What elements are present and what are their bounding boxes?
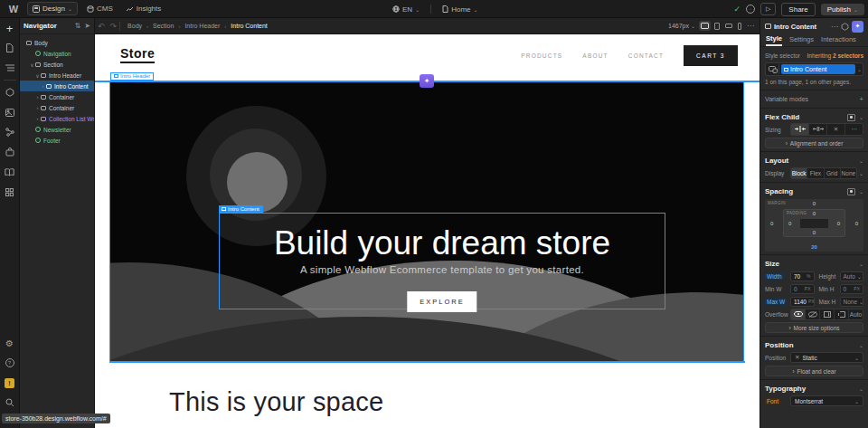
insights-button[interactable]: Insights	[122, 3, 165, 14]
sizing-grow-button[interactable]	[809, 124, 827, 135]
display-flex-button[interactable]: Flex	[807, 168, 824, 178]
sizing-none-button[interactable]: ✕	[827, 124, 845, 135]
navigator-button[interactable]	[3, 61, 17, 75]
expand-caret-icon[interactable]: ›	[40, 83, 46, 89]
padding-top-value[interactable]: 0	[784, 211, 844, 216]
overflow-clip-button[interactable]	[835, 309, 849, 319]
chevron-down-icon[interactable]: ⌄	[859, 188, 863, 195]
breadcrumb-intro-header[interactable]: Intro Header	[184, 23, 220, 29]
chevron-down-icon[interactable]: ⌄	[859, 114, 863, 120]
hero-subtitle[interactable]: A simple Webflow Ecommerce template to g…	[220, 264, 665, 275]
expand-caret-icon[interactable]: ›	[34, 116, 41, 121]
intro-content-label-tag[interactable]: Intro Content	[219, 205, 263, 213]
intro-header-label-tag[interactable]: Intro Header	[110, 72, 154, 81]
tree-item-footer[interactable]: Footer	[20, 135, 94, 146]
tab-style[interactable]: Style	[766, 34, 782, 46]
margin-left-value[interactable]: 0	[770, 221, 773, 226]
element-menu-icon[interactable]: ⋯	[831, 23, 838, 31]
tree-item-intro-header[interactable]: ∨ Intro Header	[20, 70, 94, 81]
zoom-search-icon[interactable]	[3, 395, 17, 410]
tab-settings[interactable]: Settings	[789, 35, 814, 45]
sizing-more-button[interactable]: ⋯	[845, 124, 863, 135]
tree-item-container[interactable]: › Container	[20, 102, 94, 113]
comments-icon[interactable]: ◦	[746, 5, 755, 14]
breadcrumb-section[interactable]: Section	[153, 23, 174, 29]
create-component-icon[interactable]	[841, 23, 849, 31]
expand-caret-icon[interactable]: ›	[34, 94, 41, 100]
add-variable-mode-button[interactable]: +	[860, 95, 863, 103]
share-button[interactable]: Share	[781, 3, 815, 16]
ai-assistant-button[interactable]: ✦	[852, 21, 863, 33]
chevron-down-icon[interactable]: ⌄	[859, 342, 863, 348]
spacing-section-title[interactable]: Spacing	[765, 187, 847, 195]
expand-caret-icon[interactable]: ∨	[29, 62, 35, 68]
design-canvas[interactable]: Store PRODUCTS ABOUT CONTACT CART 3 Intr…	[95, 34, 760, 428]
inheriting-count[interactable]: 2 selectors	[833, 52, 863, 59]
tree-item-container[interactable]: › Container	[20, 91, 94, 102]
selected-class-pill[interactable]: Intro Content	[781, 64, 855, 74]
breakpoint-landscape-icon[interactable]	[725, 24, 732, 28]
display-grid-button[interactable]: Grid	[825, 168, 841, 178]
min-width-input[interactable]: 0 PX	[790, 284, 815, 294]
nav-link-contact[interactable]: CONTACT	[628, 52, 664, 59]
spacing-widget[interactable]: MARGIN 0 0 0 20 PADDING 0 0 0 0	[765, 199, 863, 252]
language-selector[interactable]: EN ⌄	[389, 4, 423, 15]
components-button[interactable]	[3, 85, 17, 100]
overflow-auto-button[interactable]: Auto	[849, 309, 863, 319]
pages-button[interactable]	[3, 41, 17, 55]
webflow-logo-icon[interactable]: W	[5, 4, 22, 14]
overflow-hidden-button[interactable]	[806, 309, 820, 319]
cms-button[interactable]: CMS	[83, 3, 117, 14]
more-size-options-button[interactable]: › More size options	[765, 322, 863, 333]
assets-button[interactable]	[3, 105, 17, 119]
preview-button[interactable]: ▷	[760, 3, 776, 15]
min-height-input[interactable]: 0 PX	[840, 284, 864, 294]
breadcrumb-body[interactable]: Body	[127, 23, 142, 29]
expand-caret-icon[interactable]: ›	[34, 105, 41, 110]
padding-bottom-value[interactable]: 0	[784, 230, 844, 235]
margin-top-value[interactable]: 0	[765, 201, 863, 206]
settings-gear-icon[interactable]: ⚙	[3, 336, 17, 350]
position-section-title[interactable]: Position	[765, 341, 859, 349]
tree-item-collection-list[interactable]: › Collection List Wra...	[20, 113, 94, 124]
breakpoint-indicator-icon[interactable]	[767, 64, 779, 74]
tree-item-section[interactable]: ∨ Section	[20, 59, 94, 70]
design-mode-button[interactable]: Design ⌄	[27, 2, 78, 15]
redo-icon[interactable]: ↷	[110, 22, 118, 31]
class-selector-input[interactable]: Intro Content ⌄	[765, 62, 863, 76]
tab-interactions[interactable]: Interactions	[821, 35, 856, 45]
viewport-width-selector[interactable]: 1467px ⌄	[668, 23, 695, 29]
overflow-visible-button[interactable]	[791, 309, 806, 319]
undo-icon[interactable]: ↶	[98, 22, 105, 31]
breakpoint-desktop-icon[interactable]	[701, 23, 709, 29]
margin-right-value[interactable]: 0	[855, 221, 858, 226]
more-options-icon[interactable]: ⋯	[747, 22, 754, 30]
max-height-select[interactable]: None ⌄	[840, 297, 864, 307]
help-icon[interactable]: ?	[3, 356, 17, 370]
add-elements-button[interactable]: +	[3, 21, 17, 35]
flex-child-section-title[interactable]: Flex Child	[765, 113, 847, 121]
padding-right-value[interactable]: 0	[837, 221, 840, 226]
breadcrumb-intro-content[interactable]: Intro Content	[231, 23, 267, 29]
size-section-title[interactable]: Size	[765, 260, 859, 268]
intro-content-selection-box[interactable]: Intro Content Build your dream store A s…	[219, 213, 665, 309]
display-block-button[interactable]: Block	[791, 168, 807, 178]
sizing-shrink-button[interactable]	[791, 124, 809, 135]
tree-item-newsletter[interactable]: Newsletter	[20, 124, 94, 135]
logic-button[interactable]	[3, 125, 17, 139]
float-and-clear-button[interactable]: › Float and clear	[765, 366, 863, 376]
margin-bottom-value[interactable]: 20	[765, 244, 863, 250]
expand-caret-icon[interactable]: ∨	[34, 72, 41, 79]
display-none-button[interactable]: None	[841, 168, 856, 178]
collapse-all-icon[interactable]: ⇅	[75, 22, 81, 30]
position-select[interactable]: ✕ Static ⌄	[790, 352, 863, 363]
apps-button[interactable]	[3, 185, 17, 199]
width-input[interactable]: 70 %	[790, 271, 815, 281]
nav-link-about[interactable]: ABOUT	[582, 52, 608, 59]
tree-item-navigation[interactable]: Navigation	[20, 48, 94, 59]
font-select[interactable]: Montserrat ⌄	[790, 395, 863, 406]
hero-heading[interactable]: Build your dream store	[220, 224, 665, 262]
breakpoint-portrait-icon[interactable]	[738, 23, 741, 30]
libraries-button[interactable]	[3, 165, 17, 179]
page-selector[interactable]: Home ⌄	[439, 4, 481, 15]
